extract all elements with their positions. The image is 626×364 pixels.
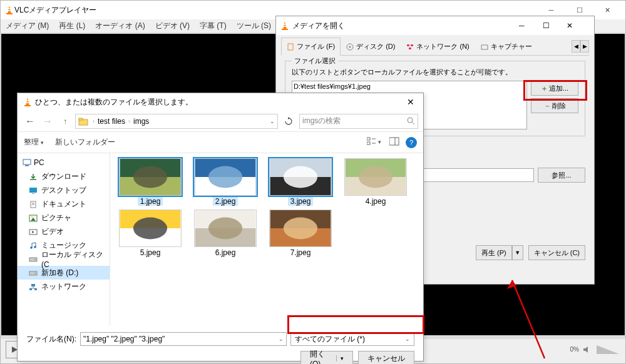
tab-scroll-right[interactable]: ▶	[580, 40, 589, 53]
nav-forward[interactable]: →	[40, 114, 55, 129]
play-button-om[interactable]: 再生 (P)	[476, 245, 512, 260]
sidebar-item-network[interactable]: ネットワーク	[18, 280, 110, 293]
file-thumbnail[interactable]: 5.jpeg	[115, 210, 185, 257]
om-minimize-button[interactable]: ─	[519, 21, 543, 30]
tab-file[interactable]: ファイル (F)	[281, 38, 341, 56]
file-dialog-titlebar[interactable]: ひとつ、または複数のファイルを選択します。 ✕	[18, 93, 423, 111]
view-options[interactable]: ▾	[367, 137, 383, 148]
om-maximize-button[interactable]: ☐	[543, 21, 567, 30]
organize-menu[interactable]: 整理	[24, 137, 44, 148]
sidebar-item-disk[interactable]: ローカル ディスク (C	[18, 252, 110, 266]
cancel-button-om[interactable]: キャンセル (C)	[528, 245, 585, 260]
new-folder-button[interactable]: 新しいフォルダー	[55, 137, 115, 148]
tab-file-label: ファイル (F)	[297, 42, 335, 51]
sidebar-item-label: ダウンロード	[41, 171, 86, 182]
svg-rect-55	[29, 288, 32, 290]
open-button-label: 開く(O)	[310, 349, 334, 365]
menu-subtitle[interactable]: 字幕 (T)	[195, 21, 232, 31]
tab-network[interactable]: ネットワーク (N)	[401, 38, 475, 55]
plus-icon: ＋	[541, 84, 548, 93]
document-icon	[29, 201, 38, 208]
menu-media[interactable]: メディア (M)	[1, 21, 54, 31]
app-title: VLCメディアプレイヤー	[14, 5, 96, 16]
volume-slider[interactable]	[597, 345, 619, 354]
disk-icon	[29, 256, 38, 263]
thumbnail-image	[269, 158, 332, 196]
close-button[interactable]: ✕	[593, 1, 622, 19]
svg-point-51	[34, 273, 36, 274]
svg-rect-18	[24, 105, 31, 106]
open-media-title: メディアを開く	[292, 21, 345, 31]
svg-rect-10	[288, 44, 293, 50]
file-thumbnail[interactable]: 4.jpeg	[341, 158, 411, 206]
file-dialog-close[interactable]: ✕	[403, 96, 418, 108]
svg-point-59	[133, 166, 167, 188]
file-thumbnail[interactable]: 7.jpeg	[265, 210, 336, 257]
sidebar-item-document[interactable]: ドキュメント	[18, 197, 110, 211]
refresh-button[interactable]	[280, 114, 297, 129]
menu-tools[interactable]: ツール (S)	[232, 21, 276, 31]
file-thumbnail[interactable]: 6.jpeg	[190, 210, 260, 257]
tab-capture[interactable]: キャプチャー	[475, 38, 538, 55]
sidebar-item-download[interactable]: ダウンロード	[18, 169, 110, 183]
file-list-entry: D:¥test files¥imgs¥1.jpeg	[294, 83, 525, 90]
nav-up[interactable]: ↑	[58, 114, 73, 129]
network-icon	[406, 43, 414, 51]
svg-rect-2	[8, 8, 11, 9]
speaker-icon	[583, 345, 592, 354]
search-icon	[407, 117, 415, 125]
open-button[interactable]: 開く(O) ▾	[300, 351, 353, 364]
nav-back[interactable]: ←	[23, 114, 38, 129]
sidebar-item-desktop[interactable]: デスクトップ	[18, 183, 110, 197]
filename-input[interactable]: "1.jpeg" "2.jpeg" "3.jpeg" ⌄	[80, 332, 287, 346]
svg-rect-20	[26, 103, 29, 104]
menu-video[interactable]: ビデオ (V)	[150, 21, 195, 31]
file-thumbnail[interactable]: 1.jpeg	[115, 158, 185, 206]
svg-point-65	[284, 166, 317, 188]
sidebar-item-label: ネットワーク	[41, 281, 86, 292]
capture-icon	[481, 43, 488, 51]
tab-disc[interactable]: ディスク (D)	[341, 38, 401, 55]
chevron-right-icon: ›	[91, 118, 96, 124]
svg-point-46	[30, 246, 33, 249]
remove-button[interactable]: － 削除	[531, 98, 578, 113]
preview-pane-toggle[interactable]	[389, 137, 399, 148]
download-icon	[29, 173, 38, 180]
crumb-current[interactable]: imgs	[132, 117, 150, 126]
search-input[interactable]: imgsの検索	[299, 114, 418, 129]
sidebar-item-picture[interactable]: ピクチャ	[18, 211, 110, 225]
path-dropdown[interactable]: ⌄	[270, 118, 275, 124]
svg-rect-19	[26, 100, 29, 101]
sidebar-item-video[interactable]: ビデオ	[18, 225, 110, 238]
sidebar-pc[interactable]: PC	[18, 156, 110, 169]
cancel-button-fd[interactable]: キャンセル	[358, 351, 414, 364]
menu-audio[interactable]: オーディオ (A)	[90, 21, 150, 31]
help-button[interactable]: ?	[406, 137, 417, 148]
file-name-label: 4.jpeg	[363, 197, 389, 206]
menu-playback[interactable]: 再生 (L)	[54, 21, 90, 31]
tab-scroll-left[interactable]: ◀	[572, 40, 580, 53]
open-media-titlebar[interactable]: メディアを開く ─ ☐ ✕	[276, 16, 594, 35]
add-button[interactable]: ＋ 追加...	[531, 81, 578, 96]
browse-button-label: 参照...	[552, 171, 571, 180]
play-dropdown[interactable]: ▼	[512, 245, 523, 260]
browse-button[interactable]: 参照...	[538, 168, 585, 183]
music-icon	[29, 242, 38, 249]
crumb-parent[interactable]: test files	[96, 117, 126, 126]
svg-line-25	[412, 122, 414, 124]
play-button-label: 再生 (P)	[481, 248, 506, 258]
nav-bar: ← → ↑ › test files › imgs ⌄ imgsの検索	[18, 111, 423, 132]
filetype-filter[interactable]: すべてのファイル (*) ⌄	[290, 332, 414, 346]
file-name-label: 7.jpeg	[288, 248, 314, 257]
breadcrumb-path[interactable]: › test files › imgs ⌄	[75, 114, 278, 129]
disc-icon	[346, 43, 354, 51]
file-thumbnail[interactable]: 2.jpeg	[190, 158, 260, 206]
volume-control[interactable]: 0%	[570, 345, 614, 354]
file-thumbnail[interactable]: 3.jpeg	[265, 158, 336, 206]
svg-rect-52	[31, 284, 35, 286]
file-grid[interactable]: 1.jpeg2.jpeg3.jpeg4.jpeg5.jpeg6.jpeg7.jp…	[110, 153, 423, 326]
thumbnail-image	[194, 210, 257, 247]
om-close-button[interactable]: ✕	[567, 21, 590, 30]
svg-rect-31	[389, 138, 399, 145]
svg-point-74	[208, 218, 242, 240]
